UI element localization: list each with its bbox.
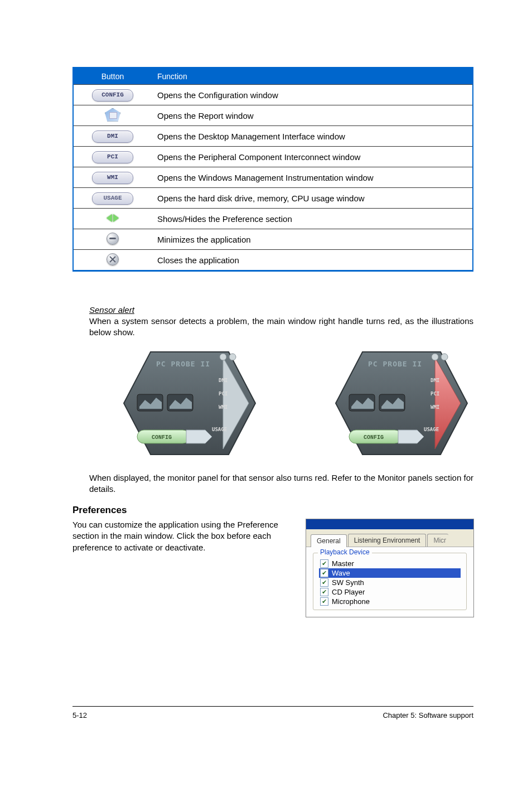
sensor-alert-heading: Sensor alert: [89, 305, 473, 315]
svg-text:CONFIG: CONFIG: [364, 434, 384, 441]
tab-microphone[interactable]: Micr: [427, 534, 448, 547]
table-func: Opens the Report window: [152, 105, 473, 126]
svg-text:USAGE: USAGE: [424, 427, 439, 432]
table-row: DMI Opens the Desktop Management Interfa…: [73, 126, 473, 147]
preferences-para: You can customize the application using …: [72, 519, 289, 553]
window-titlebar: [306, 519, 473, 529]
svg-point-2: [220, 354, 226, 360]
sensor-alert-para1: When a system sensor detects a problem, …: [89, 316, 473, 339]
table-row: Opens the Report window: [73, 105, 473, 126]
table-func: Opens the Peripheral Component Interconn…: [152, 147, 473, 167]
checkbox-icon[interactable]: ✔: [320, 597, 328, 606]
table-func: Opens the Configuration window: [152, 85, 473, 105]
svg-text:CONFIG: CONFIG: [152, 434, 172, 441]
table-header-function: Function: [152, 68, 473, 85]
option-master[interactable]: ✔ Master: [319, 559, 461, 568]
probe-title: PC PROBE II: [156, 360, 210, 368]
table-row: USAGE Opens the hard disk drive, memory,…: [73, 188, 473, 209]
svg-text:PC PROBE II: PC PROBE II: [368, 360, 422, 368]
svg-text:DMI: DMI: [219, 378, 228, 383]
table-func: Minimizes the application: [152, 229, 473, 250]
option-sw-synth[interactable]: ✔ SW Synth: [319, 578, 461, 587]
close-icon: [107, 253, 119, 265]
svg-point-3: [229, 354, 236, 360]
option-wave[interactable]: ✔ Wave: [319, 568, 461, 578]
option-label: SW Synth: [332, 578, 364, 587]
option-label: Master: [332, 559, 354, 568]
toggle-arrows-icon: [107, 214, 119, 222]
table-func: Shows/Hides the Preference section: [152, 209, 473, 229]
table-row: PCI Opens the Peripheral Component Inter…: [73, 147, 473, 167]
svg-text:WMI: WMI: [431, 404, 439, 410]
checkbox-icon[interactable]: ✔: [320, 569, 328, 577]
probe-window-alert: PC PROBE II DMI PCI WMI USAGE: [323, 347, 468, 459]
table-row: CONFIG Opens the Configuration window: [73, 85, 473, 105]
svg-text:WMI: WMI: [219, 404, 228, 410]
svg-point-15: [432, 354, 438, 360]
option-microphone[interactable]: ✔ Microphone: [319, 597, 461, 606]
config-button-icon: CONFIG: [92, 89, 133, 102]
checkbox-icon[interactable]: ✔: [320, 578, 328, 587]
pci-button-icon: PCI: [92, 151, 133, 163]
preferences-panel-screenshot: General Listening Environment Micr Playb…: [306, 519, 473, 617]
dmi-button-icon: DMI: [92, 131, 133, 143]
table-func: Opens the Windows Management Instrumenta…: [152, 167, 473, 188]
report-button-icon: [105, 108, 120, 122]
table-header-button: Button: [73, 68, 152, 85]
option-label: Microphone: [332, 597, 370, 606]
svg-text:USAGE: USAGE: [212, 427, 227, 432]
table-row: Minimizes the application: [73, 229, 473, 250]
table-func: Closes the application: [152, 250, 473, 271]
option-label: Wave: [332, 569, 350, 577]
table-row: WMI Opens the Windows Management Instrum…: [73, 167, 473, 188]
groupbox-legend: Playback Device: [318, 548, 372, 556]
sensor-alert-para2: When displayed, the monitor panel for th…: [89, 472, 473, 495]
table-func: Opens the hard disk drive, memory, CPU u…: [152, 188, 473, 209]
probe-window-normal: PC PROBE II DMI PCI WMI USAGE: [112, 347, 257, 459]
chapter-label: Chapter 5: Software support: [383, 711, 473, 719]
wmi-button-icon: WMI: [92, 172, 133, 184]
minimize-icon: [107, 233, 119, 245]
table-row: Shows/Hides the Preference section: [73, 209, 473, 229]
tab-listening-environment[interactable]: Listening Environment: [348, 534, 427, 547]
page-number: 5-12: [72, 711, 87, 719]
playback-device-group: Playback Device ✔ Master ✔ Wave ✔ SW Syn…: [313, 553, 467, 610]
button-function-table: Button Function CONFIG Opens the Configu…: [72, 67, 473, 272]
preferences-heading: Preferences: [72, 505, 473, 516]
table-row: Closes the application: [73, 250, 473, 271]
svg-point-16: [441, 354, 448, 360]
option-label: CD Player: [332, 588, 365, 596]
option-cd-player[interactable]: ✔ CD Player: [319, 587, 461, 597]
svg-text:PCI: PCI: [431, 391, 439, 397]
checkbox-icon[interactable]: ✔: [320, 559, 328, 568]
svg-text:DMI: DMI: [431, 378, 439, 383]
table-func: Opens the Desktop Management Interface w…: [152, 126, 473, 147]
usage-button-icon: USAGE: [92, 192, 133, 205]
svg-text:PCI: PCI: [219, 391, 228, 397]
tab-general[interactable]: General: [311, 534, 347, 547]
checkbox-icon[interactable]: ✔: [320, 588, 328, 596]
